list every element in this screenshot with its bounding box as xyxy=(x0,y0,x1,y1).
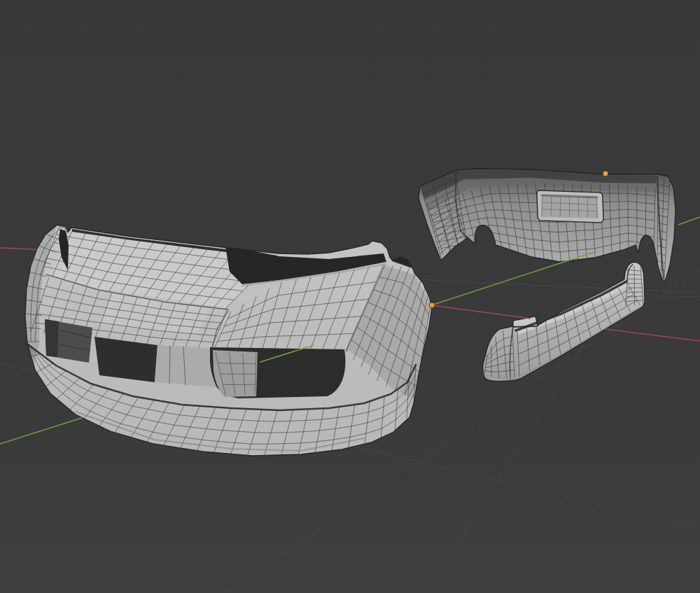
viewport-canvas[interactable] xyxy=(0,0,700,593)
origin-dot-front-bumper[interactable] xyxy=(429,302,435,308)
mesh-shading xyxy=(45,319,59,357)
viewport-3d[interactable] xyxy=(0,0,700,593)
wireframe-line xyxy=(634,266,635,305)
origin-dot-rear-bumper[interactable] xyxy=(603,171,608,176)
mesh-shading xyxy=(213,350,258,397)
wireframe-line xyxy=(220,374,255,375)
